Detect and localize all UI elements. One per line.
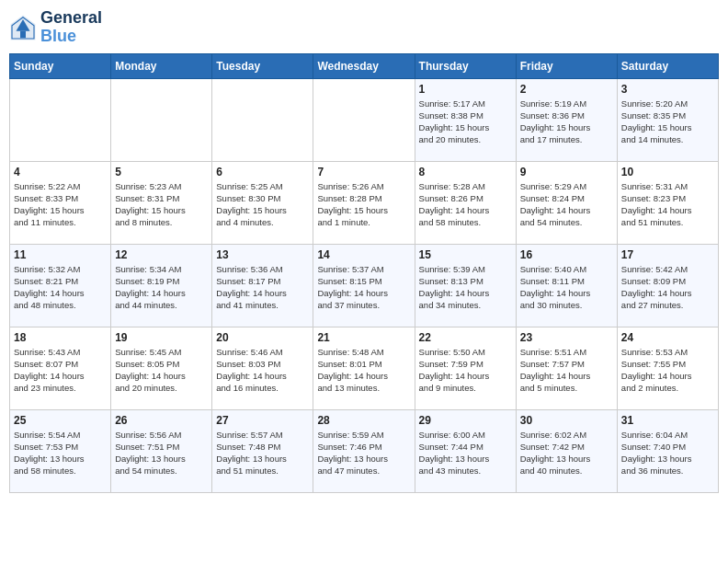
calendar-day-cell: 7Sunrise: 5:26 AM Sunset: 8:28 PM Daylig… xyxy=(313,161,415,244)
calendar-week-row: 25Sunrise: 5:54 AM Sunset: 7:53 PM Dayli… xyxy=(10,409,719,492)
day-number: 2 xyxy=(520,83,613,96)
logo: General Blue xyxy=(9,9,102,46)
calendar-day-cell: 15Sunrise: 5:39 AM Sunset: 8:13 PM Dayli… xyxy=(415,244,516,327)
day-number: 4 xyxy=(14,166,107,178)
calendar-day-cell: 24Sunrise: 5:53 AM Sunset: 7:55 PM Dayli… xyxy=(617,327,718,409)
day-number: 20 xyxy=(216,331,309,344)
calendar-day-cell: 11Sunrise: 5:32 AM Sunset: 8:21 PM Dayli… xyxy=(10,244,111,327)
day-info: Sunrise: 5:51 AM Sunset: 7:57 PM Dayligh… xyxy=(520,346,613,395)
day-number: 17 xyxy=(621,248,714,261)
day-number: 13 xyxy=(216,248,309,261)
calendar-day-cell: 18Sunrise: 5:43 AM Sunset: 8:07 PM Dayli… xyxy=(10,327,111,409)
calendar-day-cell: 1Sunrise: 5:17 AM Sunset: 8:38 PM Daylig… xyxy=(415,78,516,161)
calendar-week-row: 18Sunrise: 5:43 AM Sunset: 8:07 PM Dayli… xyxy=(10,327,719,409)
calendar-day-cell: 20Sunrise: 5:46 AM Sunset: 8:03 PM Dayli… xyxy=(212,327,313,409)
day-number: 8 xyxy=(419,166,512,178)
day-number: 19 xyxy=(115,331,208,344)
calendar-day-cell: 8Sunrise: 5:28 AM Sunset: 8:26 PM Daylig… xyxy=(415,161,516,244)
day-info: Sunrise: 6:00 AM Sunset: 7:44 PM Dayligh… xyxy=(419,429,512,477)
day-info: Sunrise: 5:54 AM Sunset: 7:53 PM Dayligh… xyxy=(14,429,107,477)
calendar-body: 1Sunrise: 5:17 AM Sunset: 8:38 PM Daylig… xyxy=(10,78,719,492)
calendar-day-cell: 9Sunrise: 5:29 AM Sunset: 8:24 PM Daylig… xyxy=(516,161,617,244)
calendar-header-cell: Friday xyxy=(516,53,617,78)
calendar-week-row: 1Sunrise: 5:17 AM Sunset: 8:38 PM Daylig… xyxy=(10,78,719,161)
day-info: Sunrise: 5:56 AM Sunset: 7:51 PM Dayligh… xyxy=(115,429,208,477)
day-number: 16 xyxy=(520,248,613,261)
day-info: Sunrise: 5:25 AM Sunset: 8:30 PM Dayligh… xyxy=(216,180,309,229)
day-number: 15 xyxy=(419,248,512,261)
calendar-day-cell xyxy=(10,78,111,161)
calendar-day-cell xyxy=(212,78,313,161)
day-number: 29 xyxy=(419,414,512,427)
calendar-header-cell: Sunday xyxy=(10,53,111,78)
calendar-day-cell: 10Sunrise: 5:31 AM Sunset: 8:23 PM Dayli… xyxy=(617,161,718,244)
day-info: Sunrise: 5:19 AM Sunset: 8:36 PM Dayligh… xyxy=(520,98,613,146)
day-info: Sunrise: 5:31 AM Sunset: 8:23 PM Dayligh… xyxy=(621,180,714,229)
day-info: Sunrise: 5:45 AM Sunset: 8:05 PM Dayligh… xyxy=(115,346,208,395)
calendar-day-cell: 28Sunrise: 5:59 AM Sunset: 7:46 PM Dayli… xyxy=(313,409,415,492)
day-info: Sunrise: 5:26 AM Sunset: 8:28 PM Dayligh… xyxy=(317,180,410,229)
day-info: Sunrise: 5:20 AM Sunset: 8:35 PM Dayligh… xyxy=(621,98,714,146)
calendar-week-row: 4Sunrise: 5:22 AM Sunset: 8:33 PM Daylig… xyxy=(10,161,719,244)
day-info: Sunrise: 6:04 AM Sunset: 7:40 PM Dayligh… xyxy=(621,429,714,477)
day-number: 30 xyxy=(520,414,613,427)
day-number: 6 xyxy=(216,166,309,178)
day-info: Sunrise: 6:02 AM Sunset: 7:42 PM Dayligh… xyxy=(520,429,613,477)
day-number: 14 xyxy=(317,248,410,261)
page-header: General Blue xyxy=(9,9,719,46)
day-info: Sunrise: 5:22 AM Sunset: 8:33 PM Dayligh… xyxy=(14,180,107,229)
calendar-day-cell: 3Sunrise: 5:20 AM Sunset: 8:35 PM Daylig… xyxy=(617,78,718,161)
day-number: 25 xyxy=(14,414,107,427)
calendar-header-cell: Tuesday xyxy=(212,53,313,78)
day-info: Sunrise: 5:29 AM Sunset: 8:24 PM Dayligh… xyxy=(520,180,613,229)
calendar-day-cell: 22Sunrise: 5:50 AM Sunset: 7:59 PM Dayli… xyxy=(415,327,516,409)
day-number: 21 xyxy=(317,331,410,344)
day-number: 23 xyxy=(520,331,613,344)
day-info: Sunrise: 5:48 AM Sunset: 8:01 PM Dayligh… xyxy=(317,346,410,395)
calendar-day-cell: 6Sunrise: 5:25 AM Sunset: 8:30 PM Daylig… xyxy=(212,161,313,244)
calendar-day-cell: 19Sunrise: 5:45 AM Sunset: 8:05 PM Dayli… xyxy=(111,327,212,409)
calendar-day-cell: 5Sunrise: 5:23 AM Sunset: 8:31 PM Daylig… xyxy=(111,161,212,244)
calendar-day-cell: 14Sunrise: 5:37 AM Sunset: 8:15 PM Dayli… xyxy=(313,244,415,327)
day-info: Sunrise: 5:23 AM Sunset: 8:31 PM Dayligh… xyxy=(115,180,208,229)
calendar-day-cell: 4Sunrise: 5:22 AM Sunset: 8:33 PM Daylig… xyxy=(10,161,111,244)
day-info: Sunrise: 5:37 AM Sunset: 8:15 PM Dayligh… xyxy=(317,263,410,312)
day-info: Sunrise: 5:59 AM Sunset: 7:46 PM Dayligh… xyxy=(317,429,410,477)
day-number: 3 xyxy=(621,83,714,96)
calendar-day-cell: 26Sunrise: 5:56 AM Sunset: 7:51 PM Dayli… xyxy=(111,409,212,492)
calendar-day-cell: 27Sunrise: 5:57 AM Sunset: 7:48 PM Dayli… xyxy=(212,409,313,492)
calendar-header-cell: Saturday xyxy=(617,53,718,78)
calendar-header-cell: Thursday xyxy=(415,53,516,78)
day-info: Sunrise: 5:32 AM Sunset: 8:21 PM Dayligh… xyxy=(14,263,107,312)
day-info: Sunrise: 5:34 AM Sunset: 8:19 PM Dayligh… xyxy=(115,263,208,312)
calendar-day-cell: 30Sunrise: 6:02 AM Sunset: 7:42 PM Dayli… xyxy=(516,409,617,492)
day-info: Sunrise: 5:17 AM Sunset: 8:38 PM Dayligh… xyxy=(419,98,512,146)
calendar-header-row: SundayMondayTuesdayWednesdayThursdayFrid… xyxy=(10,53,719,78)
calendar-day-cell: 25Sunrise: 5:54 AM Sunset: 7:53 PM Dayli… xyxy=(10,409,111,492)
day-info: Sunrise: 5:28 AM Sunset: 8:26 PM Dayligh… xyxy=(419,180,512,229)
calendar-table: SundayMondayTuesdayWednesdayThursdayFrid… xyxy=(9,53,719,493)
calendar-day-cell: 16Sunrise: 5:40 AM Sunset: 8:11 PM Dayli… xyxy=(516,244,617,327)
day-number: 26 xyxy=(115,414,208,427)
calendar-day-cell: 29Sunrise: 6:00 AM Sunset: 7:44 PM Dayli… xyxy=(415,409,516,492)
day-info: Sunrise: 5:50 AM Sunset: 7:59 PM Dayligh… xyxy=(419,346,512,395)
calendar-day-cell: 12Sunrise: 5:34 AM Sunset: 8:19 PM Dayli… xyxy=(111,244,212,327)
calendar-day-cell: 13Sunrise: 5:36 AM Sunset: 8:17 PM Dayli… xyxy=(212,244,313,327)
calendar-header-cell: Monday xyxy=(111,53,212,78)
day-info: Sunrise: 5:36 AM Sunset: 8:17 PM Dayligh… xyxy=(216,263,309,312)
calendar-day-cell: 17Sunrise: 5:42 AM Sunset: 8:09 PM Dayli… xyxy=(617,244,718,327)
calendar-day-cell xyxy=(313,78,415,161)
day-number: 7 xyxy=(317,166,410,178)
day-info: Sunrise: 5:46 AM Sunset: 8:03 PM Dayligh… xyxy=(216,346,309,395)
day-info: Sunrise: 5:43 AM Sunset: 8:07 PM Dayligh… xyxy=(14,346,107,395)
day-number: 28 xyxy=(317,414,410,427)
day-number: 11 xyxy=(14,248,107,261)
logo-text: General Blue xyxy=(40,9,102,46)
day-info: Sunrise: 5:42 AM Sunset: 8:09 PM Dayligh… xyxy=(621,263,714,312)
day-number: 31 xyxy=(621,414,714,427)
day-info: Sunrise: 5:39 AM Sunset: 8:13 PM Dayligh… xyxy=(419,263,512,312)
day-number: 1 xyxy=(419,83,512,96)
day-info: Sunrise: 5:57 AM Sunset: 7:48 PM Dayligh… xyxy=(216,429,309,477)
day-number: 22 xyxy=(419,331,512,344)
logo-icon xyxy=(9,14,37,41)
